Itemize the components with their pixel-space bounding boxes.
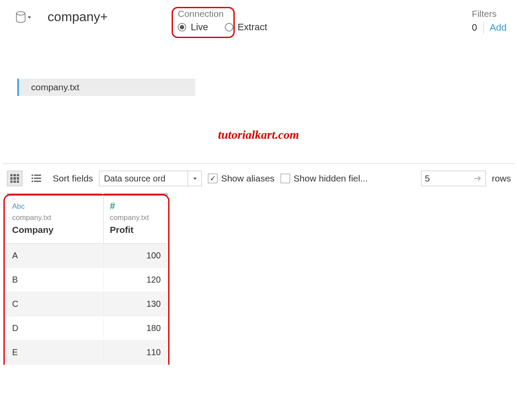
filters-add-link[interactable]: Add [490, 22, 507, 33]
column-header-profit[interactable]: # company.txt Profit [104, 196, 167, 243]
sort-fields-value: Data source ord [99, 174, 188, 184]
column-source: company.txt [12, 213, 97, 222]
column-source: company.txt [110, 213, 161, 222]
connection-live-label: Live [191, 22, 208, 33]
watermark-text: tutorialkart.com [0, 128, 517, 142]
column-selection-tabs [7, 193, 517, 196]
arrow-right-icon [474, 175, 482, 181]
sort-fields-select[interactable]: Data source ord [99, 171, 202, 186]
database-icon [16, 11, 26, 23]
svg-rect-3 [32, 178, 33, 179]
radio-selected-icon [178, 23, 186, 32]
table-row[interactable]: B120 [6, 268, 167, 292]
show-hidden-fields-checkbox[interactable]: Show hidden fiel... [281, 173, 368, 184]
string-type-icon: Abc [12, 202, 97, 212]
chevron-down-icon [28, 16, 31, 19]
connection-label: Connection [178, 9, 267, 19]
cell-profit: 110 [104, 340, 167, 364]
rows-count-value: 5 [425, 173, 430, 184]
svg-rect-6 [34, 181, 41, 182]
svg-rect-4 [34, 178, 41, 179]
show-hidden-fields-label: Show hidden fiel... [294, 173, 368, 184]
cell-profit: 180 [104, 316, 167, 340]
sort-fields-label: Sort fields [53, 173, 93, 184]
cell-company: E [6, 340, 104, 364]
table-node-company[interactable]: company.txt [17, 79, 195, 96]
cell-profit: 130 [104, 292, 167, 316]
column-name: Profit [110, 225, 161, 235]
list-view-toggle[interactable] [29, 171, 44, 186]
table-row[interactable]: E110 [6, 340, 167, 365]
svg-rect-1 [32, 175, 33, 176]
table-row[interactable]: A100 [6, 244, 167, 268]
connection-extract-radio[interactable]: Extract [225, 22, 267, 33]
cell-company: D [6, 316, 104, 340]
grid-icon [10, 174, 19, 183]
table-node-label: company.txt [31, 82, 80, 92]
cell-profit: 120 [104, 268, 167, 292]
show-aliases-checkbox[interactable]: ✓ Show aliases [208, 173, 274, 184]
chevron-down-icon [188, 171, 201, 186]
filters-count: 0 [472, 22, 477, 33]
svg-rect-2 [34, 175, 41, 176]
rows-count-input[interactable]: 5 [421, 171, 486, 186]
rows-label: rows [492, 173, 511, 184]
column-name: Company [12, 225, 97, 235]
filters-label: Filters [472, 9, 507, 19]
datasource-name[interactable]: company+ [48, 10, 108, 24]
svg-point-0 [16, 12, 25, 15]
connection-extract-label: Extract [238, 22, 267, 33]
datasource-icon-dropdown[interactable] [16, 11, 31, 23]
checkbox-unchecked-icon [281, 174, 290, 183]
list-icon [32, 174, 41, 183]
grid-view-toggle[interactable] [7, 171, 22, 186]
cell-company: A [6, 244, 104, 267]
table-row[interactable]: D180 [6, 316, 167, 340]
checkbox-checked-icon: ✓ [208, 174, 217, 183]
cell-profit: 100 [104, 244, 167, 267]
number-type-icon: # [110, 202, 161, 212]
column-header-company[interactable]: Abc company.txt Company [6, 196, 104, 243]
cell-company: C [6, 292, 104, 316]
cell-company: B [6, 268, 104, 292]
svg-rect-5 [32, 181, 33, 182]
table-row[interactable]: C130 [6, 292, 167, 316]
divider [483, 22, 484, 34]
connection-live-radio[interactable]: Live [178, 22, 208, 33]
show-aliases-label: Show aliases [221, 173, 274, 184]
data-preview-grid: Abc company.txt Company # company.txt Pr… [6, 196, 167, 365]
radio-unselected-icon [225, 23, 233, 32]
